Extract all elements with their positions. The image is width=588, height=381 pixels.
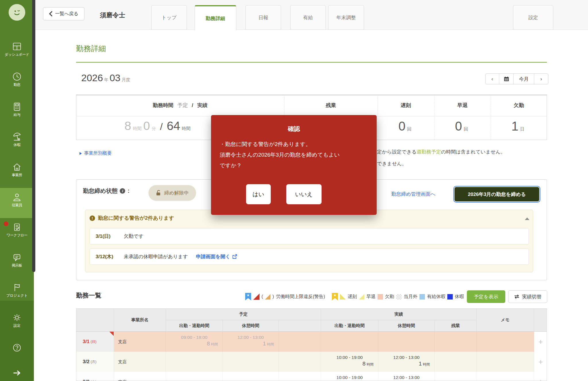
sidebar-item-payroll[interactable]: 給与	[0, 98, 34, 128]
table-row[interactable]: 3/2 (月) 支店 10:00 - 19:00 8時間 12:00 - 13:…	[76, 352, 547, 372]
work-list-legend: ★ ( ) 労働時間上限違反(警告) ★ 遅刻 早退 欠勤 当月外 有給休暇 休…	[184, 290, 464, 303]
tab-label: 年末調整	[336, 14, 356, 21]
tab-settings[interactable]: 設定	[513, 5, 553, 30]
next-month-button[interactable]: ›	[534, 74, 548, 84]
plan-minutes: 0	[143, 119, 150, 133]
plus-icon: +	[538, 357, 543, 366]
tab-label: 日報	[258, 14, 268, 21]
sidebar-item-label: 掲示板	[0, 263, 34, 268]
late-value: 0	[399, 119, 405, 133]
header-label: 出勤・退勤時間	[334, 323, 365, 328]
info-icon[interactable]: i	[120, 188, 125, 194]
overtime-cell	[435, 332, 477, 352]
plan-hours: 8	[125, 119, 131, 133]
actual-inout-hours: 8時間	[321, 361, 378, 367]
unlock-icon	[156, 190, 161, 196]
flag-icon	[12, 283, 22, 292]
avatar[interactable]	[9, 4, 25, 21]
gear-icon	[12, 313, 22, 322]
date-cell: 3/3 (火)	[76, 372, 114, 381]
office-summary-link[interactable]: 事業所別概要	[80, 150, 112, 156]
prev-month-button[interactable]: ‹	[486, 74, 499, 84]
sidebar-item-project[interactable]: プロジェクト	[0, 278, 34, 308]
sidebar-item-label: 事業所	[0, 173, 34, 178]
header-actual-break: 休憩時間	[378, 320, 435, 332]
header-plan-break: 休憩時間	[223, 320, 279, 332]
smiley-icon	[11, 7, 23, 18]
tab-daily-report[interactable]: 日報	[245, 5, 281, 30]
weekly-plan-link[interactable]: 週勤務予定	[417, 149, 441, 155]
add-record-button[interactable]: +	[534, 352, 547, 372]
toggle-actual-button[interactable]: 実績切替	[508, 290, 547, 303]
table-row[interactable]: 3/3 (火) 支店 10:00 - 19:00 12:00 - 13:00 +	[76, 372, 547, 381]
current-month-button[interactable]: 今月	[514, 74, 534, 84]
orange-triangle-icon	[265, 294, 270, 300]
holiday-swatch	[447, 294, 453, 300]
sidebar-scrollbar[interactable]	[32, 0, 35, 272]
note-line-1: 定から設定できる週勤務予定の時間は含まれていません。	[377, 149, 506, 155]
work-table: 事業所名 予定 実績 メモ 出勤・退勤時間 休憩時間 出勤・退勤時間 休憩時間 …	[76, 308, 547, 381]
page-title: 勤務詳細	[76, 44, 106, 54]
plan-extra-cell	[279, 372, 321, 381]
plan-minutes-unit: 分	[152, 126, 156, 131]
hours-number: 1	[263, 341, 266, 347]
warning-row: 3/1(日) 欠勤です	[90, 228, 529, 244]
summary-worktime-header: 勤務時間 予定 / 実績	[76, 101, 284, 110]
closing-admin-link[interactable]: 勤怠締め管理画面へ	[391, 191, 436, 197]
absence-value: 1	[511, 119, 518, 133]
header-plan-inout: 出勤・退勤時間	[166, 320, 223, 332]
sidebar-item-leave[interactable]: 休暇	[0, 128, 34, 158]
early-value: 0	[455, 119, 462, 133]
tab-top[interactable]: トップ	[151, 5, 187, 30]
note-corner-marker	[109, 332, 114, 336]
tab-year-end[interactable]: 年末調整	[328, 5, 364, 30]
dialog-yes-button[interactable]: はい	[246, 184, 271, 204]
dialog-line-1: ・勤怠に関する警告が2件あります。	[220, 139, 344, 149]
collapse-chevron-icon[interactable]	[525, 217, 529, 220]
add-record-button[interactable]: +	[534, 372, 547, 381]
plan-extra-cell	[279, 352, 321, 372]
plan-extra-cell	[279, 332, 321, 352]
header-label: 残業	[451, 323, 460, 328]
show-plan-button[interactable]: 予定を表示	[467, 290, 505, 303]
summary-early-value: 0 回	[434, 119, 491, 137]
sidebar-item-attendance[interactable]: 勤怠	[0, 67, 34, 98]
chevron-right-icon: ›	[540, 76, 542, 82]
bookmark-yellow-icon: ★	[332, 293, 338, 300]
dialog-line-2: 須磨令士さんの2026年3月の勤怠を締めてもよいですか？	[220, 149, 344, 171]
sidebar-collapse-arrow[interactable]	[13, 370, 21, 376]
sidebar-item-employees[interactable]: 従業員	[0, 188, 34, 218]
actual-break-cell: 12:00 - 13:00 1時間	[378, 352, 435, 372]
tab-paid-leave[interactable]: 有給	[290, 5, 326, 30]
help-icon	[12, 343, 22, 352]
add-record-button[interactable]: +	[534, 332, 547, 352]
sidebar-item-board[interactable]: 掲示板	[0, 248, 34, 278]
closing-status-badge: 締め解除中	[148, 185, 196, 201]
close-attendance-button[interactable]: 2026年3月の勤怠を締める	[454, 187, 539, 201]
speech-bubble-icon	[12, 253, 22, 262]
calendar-button[interactable]	[499, 74, 514, 84]
sidebar-item-help[interactable]	[0, 339, 34, 369]
tab-work-detail[interactable]: 勤務詳細	[195, 5, 236, 30]
plan-inout-cell: 09:00 - 18:00 8時間	[166, 332, 223, 352]
sidebar-item-office[interactable]: 事業所	[0, 158, 34, 188]
legend-early: 早退	[366, 294, 376, 300]
sidebar-item-dashboard[interactable]: ダッシュボード	[0, 37, 34, 67]
chevron-left-icon	[49, 11, 52, 16]
sidebar-item-label: 休暇	[0, 143, 34, 147]
sidebar-item-settings[interactable]: 設定	[0, 308, 34, 339]
header-actual-group: 実績	[321, 309, 477, 320]
actual-inout-cell: 10:00 - 19:00	[321, 372, 378, 381]
table-row[interactable]: 3/1 (日) 支店 09:00 - 18:00 8時間 12:00 - 13:…	[76, 332, 547, 352]
plan-inout-cell	[166, 352, 223, 372]
plan-break-cell	[223, 352, 279, 372]
sidebar-item-label: ダッシュボード	[0, 52, 34, 57]
back-to-list-button[interactable]: 一覧へ戻る	[43, 7, 84, 20]
warning-date: 3/12(木)	[90, 253, 124, 260]
open-request-link[interactable]: 申請画面を開く	[196, 253, 237, 260]
dialog-title: 確認	[211, 125, 377, 133]
memo-cell	[477, 372, 534, 381]
header-date	[76, 309, 114, 332]
hours-number: 8	[362, 361, 365, 367]
dialog-no-button[interactable]: いいえ	[286, 184, 322, 204]
